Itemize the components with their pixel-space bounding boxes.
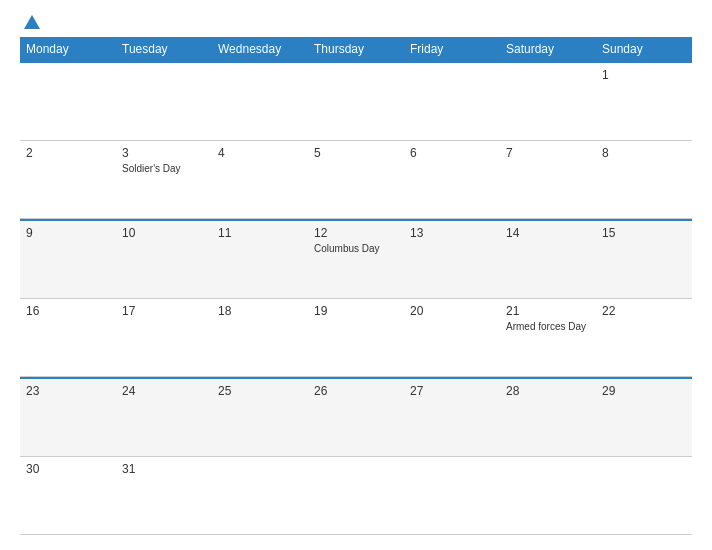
day-number: 19 bbox=[314, 304, 398, 318]
calendar-cell: 30 bbox=[20, 457, 116, 534]
calendar-cell bbox=[500, 457, 596, 534]
calendar-cell bbox=[116, 63, 212, 140]
day-number: 2 bbox=[26, 146, 110, 160]
calendar-cell: 11 bbox=[212, 221, 308, 298]
day-number: 28 bbox=[506, 384, 590, 398]
day-number: 12 bbox=[314, 226, 398, 240]
day-number: 11 bbox=[218, 226, 302, 240]
weekday-header-cell: Wednesday bbox=[212, 37, 308, 61]
day-number: 10 bbox=[122, 226, 206, 240]
calendar-row: 3031 bbox=[20, 457, 692, 535]
calendar-cell: 27 bbox=[404, 379, 500, 456]
calendar-row: 9101112Columbus Day131415 bbox=[20, 219, 692, 299]
calendar-cell: 21Armed forces Day bbox=[500, 299, 596, 376]
day-number: 14 bbox=[506, 226, 590, 240]
calendar-body: 123Soldier's Day456789101112Columbus Day… bbox=[20, 61, 692, 535]
weekday-header-cell: Thursday bbox=[308, 37, 404, 61]
day-number: 24 bbox=[122, 384, 206, 398]
calendar-cell: 20 bbox=[404, 299, 500, 376]
day-number: 13 bbox=[410, 226, 494, 240]
calendar-cell: 12Columbus Day bbox=[308, 221, 404, 298]
calendar-cell: 26 bbox=[308, 379, 404, 456]
calendar-cell: 28 bbox=[500, 379, 596, 456]
day-event: Soldier's Day bbox=[122, 162, 206, 175]
calendar-cell: 31 bbox=[116, 457, 212, 534]
calendar-cell: 24 bbox=[116, 379, 212, 456]
calendar-row: 1 bbox=[20, 61, 692, 141]
calendar-cell: 7 bbox=[500, 141, 596, 218]
day-number: 16 bbox=[26, 304, 110, 318]
calendar-cell: 23 bbox=[20, 379, 116, 456]
calendar-row: 161718192021Armed forces Day22 bbox=[20, 299, 692, 377]
calendar-cell: 14 bbox=[500, 221, 596, 298]
calendar-page: MondayTuesdayWednesdayThursdayFridaySatu… bbox=[0, 0, 712, 550]
weekday-header: MondayTuesdayWednesdayThursdayFridaySatu… bbox=[20, 37, 692, 61]
calendar-cell bbox=[404, 63, 500, 140]
header bbox=[20, 15, 692, 29]
calendar-cell: 15 bbox=[596, 221, 692, 298]
calendar-cell: 4 bbox=[212, 141, 308, 218]
calendar-cell: 18 bbox=[212, 299, 308, 376]
calendar-row: 23242526272829 bbox=[20, 377, 692, 457]
day-number: 26 bbox=[314, 384, 398, 398]
calendar-cell: 13 bbox=[404, 221, 500, 298]
weekday-header-cell: Tuesday bbox=[116, 37, 212, 61]
weekday-header-cell: Saturday bbox=[500, 37, 596, 61]
day-event: Armed forces Day bbox=[506, 320, 590, 333]
calendar-cell: 2 bbox=[20, 141, 116, 218]
day-number: 22 bbox=[602, 304, 686, 318]
day-number: 1 bbox=[602, 68, 686, 82]
day-number: 27 bbox=[410, 384, 494, 398]
calendar: MondayTuesdayWednesdayThursdayFridaySatu… bbox=[20, 37, 692, 535]
day-number: 29 bbox=[602, 384, 686, 398]
day-event: Columbus Day bbox=[314, 242, 398, 255]
calendar-cell bbox=[500, 63, 596, 140]
calendar-cell: 10 bbox=[116, 221, 212, 298]
calendar-cell bbox=[308, 457, 404, 534]
calendar-cell: 17 bbox=[116, 299, 212, 376]
calendar-cell: 22 bbox=[596, 299, 692, 376]
day-number: 20 bbox=[410, 304, 494, 318]
calendar-cell bbox=[596, 457, 692, 534]
calendar-cell: 8 bbox=[596, 141, 692, 218]
day-number: 18 bbox=[218, 304, 302, 318]
day-number: 7 bbox=[506, 146, 590, 160]
weekday-header-cell: Friday bbox=[404, 37, 500, 61]
calendar-cell: 19 bbox=[308, 299, 404, 376]
day-number: 21 bbox=[506, 304, 590, 318]
calendar-cell bbox=[404, 457, 500, 534]
day-number: 5 bbox=[314, 146, 398, 160]
calendar-cell bbox=[308, 63, 404, 140]
day-number: 6 bbox=[410, 146, 494, 160]
calendar-row: 23Soldier's Day45678 bbox=[20, 141, 692, 219]
weekday-header-cell: Monday bbox=[20, 37, 116, 61]
calendar-cell bbox=[212, 63, 308, 140]
calendar-cell: 25 bbox=[212, 379, 308, 456]
logo bbox=[20, 15, 40, 29]
weekday-header-cell: Sunday bbox=[596, 37, 692, 61]
day-number: 31 bbox=[122, 462, 206, 476]
calendar-cell: 3Soldier's Day bbox=[116, 141, 212, 218]
calendar-cell: 29 bbox=[596, 379, 692, 456]
calendar-cell: 16 bbox=[20, 299, 116, 376]
day-number: 3 bbox=[122, 146, 206, 160]
calendar-cell: 6 bbox=[404, 141, 500, 218]
calendar-cell: 9 bbox=[20, 221, 116, 298]
day-number: 8 bbox=[602, 146, 686, 160]
day-number: 17 bbox=[122, 304, 206, 318]
day-number: 9 bbox=[26, 226, 110, 240]
calendar-cell bbox=[20, 63, 116, 140]
day-number: 30 bbox=[26, 462, 110, 476]
logo-triangle-icon bbox=[24, 15, 40, 29]
calendar-cell: 1 bbox=[596, 63, 692, 140]
day-number: 23 bbox=[26, 384, 110, 398]
calendar-cell: 5 bbox=[308, 141, 404, 218]
calendar-cell bbox=[212, 457, 308, 534]
day-number: 15 bbox=[602, 226, 686, 240]
day-number: 4 bbox=[218, 146, 302, 160]
day-number: 25 bbox=[218, 384, 302, 398]
